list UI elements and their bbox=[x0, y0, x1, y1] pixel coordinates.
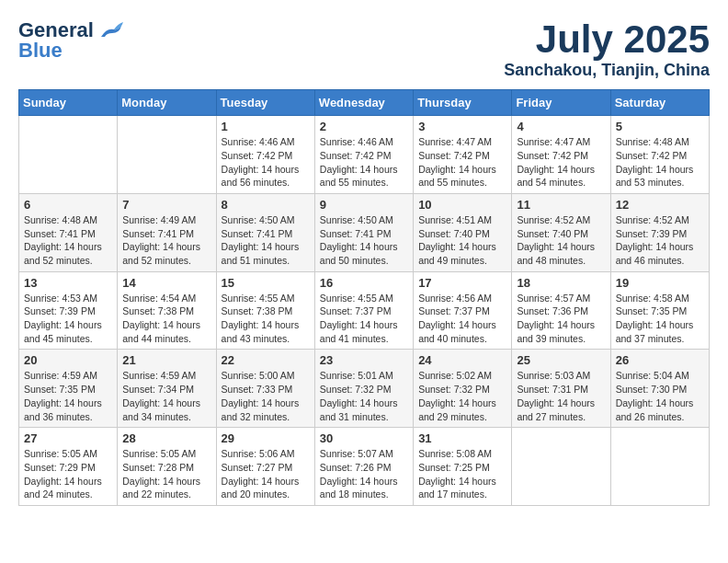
day-number: 15 bbox=[222, 276, 310, 290]
table-row: 27Sunrise: 5:05 AM Sunset: 7:29 PM Dayli… bbox=[19, 428, 118, 506]
table-row bbox=[512, 428, 610, 506]
day-number: 11 bbox=[517, 198, 605, 212]
day-info: Sunrise: 4:46 AM Sunset: 7:42 PM Dayligh… bbox=[320, 135, 408, 190]
day-info: Sunrise: 5:00 AM Sunset: 7:33 PM Dayligh… bbox=[222, 369, 310, 423]
day-info: Sunrise: 4:47 AM Sunset: 7:42 PM Dayligh… bbox=[517, 135, 605, 190]
day-number: 20 bbox=[24, 353, 112, 367]
table-row: 16Sunrise: 4:55 AM Sunset: 7:37 PM Dayli… bbox=[314, 271, 413, 350]
calendar-header-row: Sunday Monday Tuesday Wednesday Thursday… bbox=[19, 90, 710, 116]
day-number: 30 bbox=[320, 431, 408, 445]
day-info: Sunrise: 4:55 AM Sunset: 7:38 PM Dayligh… bbox=[222, 292, 310, 346]
logo-blue: Blue bbox=[18, 39, 63, 63]
day-info: Sunrise: 4:47 AM Sunset: 7:42 PM Dayligh… bbox=[418, 135, 506, 190]
day-info: Sunrise: 4:58 AM Sunset: 7:35 PM Dayligh… bbox=[616, 292, 704, 346]
day-number: 27 bbox=[24, 431, 112, 445]
table-row: 13Sunrise: 4:53 AM Sunset: 7:39 PM Dayli… bbox=[19, 271, 118, 350]
day-number: 3 bbox=[418, 120, 506, 133]
calendar-week-row: 1Sunrise: 4:46 AM Sunset: 7:42 PM Daylig… bbox=[19, 116, 710, 194]
day-number: 8 bbox=[222, 198, 310, 212]
calendar-week-row: 13Sunrise: 4:53 AM Sunset: 7:39 PM Dayli… bbox=[19, 271, 710, 350]
table-row: 31Sunrise: 5:08 AM Sunset: 7:25 PM Dayli… bbox=[414, 428, 512, 506]
header-monday: Monday bbox=[118, 90, 216, 116]
calendar-week-row: 20Sunrise: 4:59 AM Sunset: 7:35 PM Dayli… bbox=[19, 350, 710, 428]
day-number: 31 bbox=[418, 431, 506, 445]
day-info: Sunrise: 4:51 AM Sunset: 7:40 PM Dayligh… bbox=[418, 213, 506, 268]
day-number: 13 bbox=[24, 276, 112, 290]
header-saturday: Saturday bbox=[610, 90, 709, 116]
table-row: 23Sunrise: 5:01 AM Sunset: 7:32 PM Dayli… bbox=[314, 350, 413, 428]
table-row: 17Sunrise: 4:56 AM Sunset: 7:37 PM Dayli… bbox=[414, 271, 512, 350]
day-number: 12 bbox=[616, 198, 704, 212]
day-number: 23 bbox=[320, 353, 408, 367]
day-number: 22 bbox=[222, 353, 310, 367]
calendar-table: Sunday Monday Tuesday Wednesday Thursday… bbox=[18, 89, 710, 506]
title-area: July 2025 Sanchakou, Tianjin, China bbox=[504, 18, 710, 80]
header-wednesday: Wednesday bbox=[314, 90, 413, 116]
table-row: 22Sunrise: 5:00 AM Sunset: 7:33 PM Dayli… bbox=[216, 350, 314, 428]
day-info: Sunrise: 4:59 AM Sunset: 7:34 PM Dayligh… bbox=[122, 369, 210, 423]
table-row: 3Sunrise: 4:47 AM Sunset: 7:42 PM Daylig… bbox=[414, 116, 512, 194]
day-number: 2 bbox=[320, 120, 408, 133]
location-title: Sanchakou, Tianjin, China bbox=[504, 61, 710, 80]
day-info: Sunrise: 4:48 AM Sunset: 7:41 PM Dayligh… bbox=[24, 213, 112, 268]
header-thursday: Thursday bbox=[414, 90, 512, 116]
day-info: Sunrise: 5:07 AM Sunset: 7:26 PM Dayligh… bbox=[320, 447, 408, 501]
day-info: Sunrise: 5:03 AM Sunset: 7:31 PM Dayligh… bbox=[517, 369, 605, 423]
day-number: 16 bbox=[320, 276, 408, 290]
day-number: 17 bbox=[418, 276, 506, 290]
header-friday: Friday bbox=[512, 90, 610, 116]
table-row: 18Sunrise: 4:57 AM Sunset: 7:36 PM Dayli… bbox=[512, 271, 610, 350]
day-info: Sunrise: 5:04 AM Sunset: 7:30 PM Dayligh… bbox=[616, 369, 704, 423]
logo: General Blue bbox=[18, 18, 123, 63]
day-info: Sunrise: 5:08 AM Sunset: 7:25 PM Dayligh… bbox=[418, 447, 506, 501]
day-number: 4 bbox=[517, 120, 605, 133]
day-info: Sunrise: 4:50 AM Sunset: 7:41 PM Dayligh… bbox=[222, 213, 310, 268]
table-row: 11Sunrise: 4:52 AM Sunset: 7:40 PM Dayli… bbox=[512, 193, 610, 271]
day-info: Sunrise: 4:59 AM Sunset: 7:35 PM Dayligh… bbox=[24, 369, 112, 423]
day-number: 25 bbox=[517, 353, 605, 367]
calendar-week-row: 27Sunrise: 5:05 AM Sunset: 7:29 PM Dayli… bbox=[19, 428, 710, 506]
table-row: 28Sunrise: 5:05 AM Sunset: 7:28 PM Dayli… bbox=[118, 428, 216, 506]
day-number: 24 bbox=[418, 353, 506, 367]
table-row: 12Sunrise: 4:52 AM Sunset: 7:39 PM Dayli… bbox=[610, 193, 709, 271]
table-row: 21Sunrise: 4:59 AM Sunset: 7:34 PM Dayli… bbox=[118, 350, 216, 428]
table-row: 19Sunrise: 4:58 AM Sunset: 7:35 PM Dayli… bbox=[610, 271, 709, 350]
day-number: 6 bbox=[24, 198, 112, 212]
day-number: 29 bbox=[222, 431, 310, 445]
table-row: 9Sunrise: 4:50 AM Sunset: 7:41 PM Daylig… bbox=[314, 193, 413, 271]
table-row: 6Sunrise: 4:48 AM Sunset: 7:41 PM Daylig… bbox=[19, 193, 118, 271]
table-row bbox=[19, 116, 118, 194]
day-number: 10 bbox=[418, 198, 506, 212]
table-row: 1Sunrise: 4:46 AM Sunset: 7:42 PM Daylig… bbox=[216, 116, 314, 194]
day-number: 9 bbox=[320, 198, 408, 212]
day-number: 21 bbox=[122, 353, 210, 367]
day-number: 14 bbox=[122, 276, 210, 290]
day-info: Sunrise: 5:06 AM Sunset: 7:27 PM Dayligh… bbox=[222, 447, 310, 501]
table-row: 4Sunrise: 4:47 AM Sunset: 7:42 PM Daylig… bbox=[512, 116, 610, 194]
day-info: Sunrise: 5:05 AM Sunset: 7:29 PM Dayligh… bbox=[24, 447, 112, 501]
table-row: 5Sunrise: 4:48 AM Sunset: 7:42 PM Daylig… bbox=[610, 116, 709, 194]
day-info: Sunrise: 4:52 AM Sunset: 7:39 PM Dayligh… bbox=[616, 213, 704, 268]
day-info: Sunrise: 4:54 AM Sunset: 7:38 PM Dayligh… bbox=[122, 292, 210, 346]
day-number: 5 bbox=[616, 120, 704, 133]
day-info: Sunrise: 4:57 AM Sunset: 7:36 PM Dayligh… bbox=[517, 292, 605, 346]
day-number: 19 bbox=[616, 276, 704, 290]
header-sunday: Sunday bbox=[19, 90, 118, 116]
day-info: Sunrise: 4:53 AM Sunset: 7:39 PM Dayligh… bbox=[24, 292, 112, 346]
table-row: 29Sunrise: 5:06 AM Sunset: 7:27 PM Dayli… bbox=[216, 428, 314, 506]
day-info: Sunrise: 4:56 AM Sunset: 7:37 PM Dayligh… bbox=[418, 292, 506, 346]
table-row: 10Sunrise: 4:51 AM Sunset: 7:40 PM Dayli… bbox=[414, 193, 512, 271]
page-header: General Blue July 2025 Sanchakou, Tianji… bbox=[18, 18, 710, 80]
day-info: Sunrise: 5:02 AM Sunset: 7:32 PM Dayligh… bbox=[418, 369, 506, 423]
table-row: 15Sunrise: 4:55 AM Sunset: 7:38 PM Dayli… bbox=[216, 271, 314, 350]
day-info: Sunrise: 4:48 AM Sunset: 7:42 PM Dayligh… bbox=[616, 135, 704, 190]
day-info: Sunrise: 4:52 AM Sunset: 7:40 PM Dayligh… bbox=[517, 213, 605, 268]
day-info: Sunrise: 5:05 AM Sunset: 7:28 PM Dayligh… bbox=[122, 447, 210, 501]
table-row: 8Sunrise: 4:50 AM Sunset: 7:41 PM Daylig… bbox=[216, 193, 314, 271]
logo-bird-icon bbox=[97, 20, 123, 40]
table-row: 24Sunrise: 5:02 AM Sunset: 7:32 PM Dayli… bbox=[414, 350, 512, 428]
day-info: Sunrise: 4:46 AM Sunset: 7:42 PM Dayligh… bbox=[222, 135, 310, 190]
day-number: 26 bbox=[616, 353, 704, 367]
table-row: 30Sunrise: 5:07 AM Sunset: 7:26 PM Dayli… bbox=[314, 428, 413, 506]
day-info: Sunrise: 5:01 AM Sunset: 7:32 PM Dayligh… bbox=[320, 369, 408, 423]
